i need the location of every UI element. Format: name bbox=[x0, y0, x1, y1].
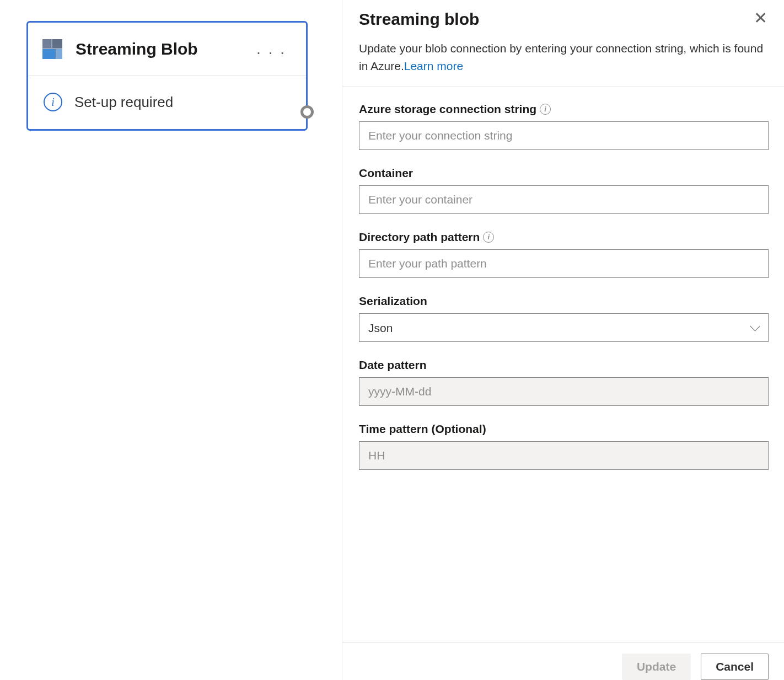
info-icon: i bbox=[44, 93, 62, 111]
container-input[interactable] bbox=[359, 185, 769, 214]
node-header: Streaming Blob . . . bbox=[28, 23, 306, 76]
panel-body: Azure storage connection string i Contai… bbox=[342, 87, 784, 642]
time-pattern-label: Time pattern (Optional) bbox=[359, 422, 486, 436]
learn-more-link[interactable]: Learn more bbox=[404, 60, 463, 72]
node-more-menu[interactable]: . . . bbox=[251, 38, 292, 60]
panel-description: Update your blob connection by entering … bbox=[359, 40, 769, 74]
blob-icon bbox=[42, 39, 62, 59]
field-date-pattern: Date pattern bbox=[359, 358, 769, 406]
container-label: Container bbox=[359, 167, 413, 180]
info-tip-icon[interactable]: i bbox=[540, 104, 551, 115]
date-pattern-input bbox=[359, 377, 769, 406]
close-icon[interactable]: ✕ bbox=[753, 10, 769, 26]
serialization-select[interactable]: Json bbox=[359, 313, 769, 342]
config-panel: Streaming blob ✕ Update your blob connec… bbox=[342, 0, 784, 680]
output-handle[interactable] bbox=[300, 105, 314, 119]
field-connection-string: Azure storage connection string i bbox=[359, 103, 769, 150]
node-status: Set-up required bbox=[74, 94, 173, 111]
cancel-button[interactable]: Cancel bbox=[701, 654, 769, 680]
panel-footer: Update Cancel bbox=[342, 642, 784, 680]
field-time-pattern: Time pattern (Optional) bbox=[359, 422, 769, 470]
path-pattern-label: Directory path pattern bbox=[359, 231, 480, 244]
node-body: i Set-up required bbox=[28, 76, 306, 129]
path-pattern-input[interactable] bbox=[359, 249, 769, 278]
field-container: Container bbox=[359, 167, 769, 214]
info-tip-icon[interactable]: i bbox=[483, 232, 494, 243]
field-path-pattern: Directory path pattern i bbox=[359, 231, 769, 278]
connection-string-input[interactable] bbox=[359, 121, 769, 150]
update-button[interactable]: Update bbox=[622, 654, 691, 680]
connection-string-label: Azure storage connection string bbox=[359, 103, 536, 116]
serialization-label: Serialization bbox=[359, 295, 427, 308]
field-serialization: Serialization Json bbox=[359, 295, 769, 342]
streaming-blob-node[interactable]: Streaming Blob . . . i Set-up required bbox=[26, 21, 308, 131]
node-title: Streaming Blob bbox=[76, 40, 251, 58]
time-pattern-input bbox=[359, 441, 769, 470]
panel-header: Streaming blob ✕ Update your blob connec… bbox=[342, 10, 784, 87]
panel-title: Streaming blob bbox=[359, 10, 753, 29]
date-pattern-label: Date pattern bbox=[359, 358, 427, 372]
